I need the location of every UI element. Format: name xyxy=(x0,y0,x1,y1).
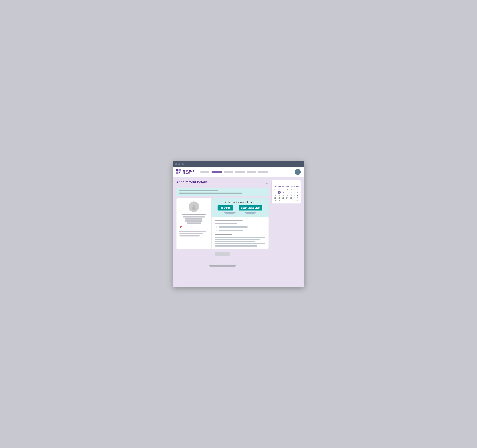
cal-day-28[interactable]: 28 xyxy=(273,199,277,202)
calendar-next-button[interactable]: › xyxy=(297,182,299,184)
cal-header-wed: Wed xyxy=(285,186,289,188)
check-icon-2: ☑ xyxy=(215,229,217,232)
cal-week-1: 31 1 2 3 4 5 6 xyxy=(273,188,299,191)
confirm-sub xyxy=(224,212,236,214)
today-indicator: 8 xyxy=(278,191,281,194)
cal-day-21[interactable]: 21 xyxy=(273,197,277,199)
svg-rect-1 xyxy=(179,169,181,171)
cal-header-thu: Thu xyxy=(289,186,293,188)
bottom-bar-2 xyxy=(176,265,269,267)
checklist-item-1: ☑ xyxy=(215,226,265,228)
action-sub xyxy=(215,212,265,214)
cal-week-3: 14 15 16 17 18 19 20 xyxy=(273,194,299,197)
nav-item-1[interactable] xyxy=(200,171,209,173)
logo-health: HEALTH xyxy=(183,172,195,174)
calendar-header: ‹ › xyxy=(273,182,299,184)
video-sub xyxy=(244,212,256,214)
nav-item-6[interactable] xyxy=(258,171,268,173)
nav-item-3[interactable] xyxy=(224,171,233,173)
begin-video-visit-button[interactable]: BEGIN VIDEO VISIT xyxy=(239,205,262,210)
cal-day-25[interactable]: 25 xyxy=(289,197,293,199)
cal-day-22[interactable]: 22 xyxy=(277,197,281,199)
confirm-button[interactable]: CONFIRM xyxy=(218,205,233,210)
cal-day-29[interactable]: 29 xyxy=(277,199,281,202)
bottom-action-button[interactable] xyxy=(215,252,230,256)
cal-day-20[interactable]: 20 xyxy=(296,194,299,197)
cal-day-30[interactable]: 30 xyxy=(281,199,285,202)
cal-day-2-next[interactable]: 2 xyxy=(289,199,293,202)
logo-text: JOHN MUIR HEALTH xyxy=(183,170,195,174)
bottom-action xyxy=(176,252,269,256)
nav-item-5[interactable] xyxy=(247,171,256,173)
text-line-3 xyxy=(215,241,255,242)
logo: JOHN MUIR HEALTH xyxy=(176,169,195,175)
nav-item-4[interactable] xyxy=(235,171,245,173)
cal-day-1[interactable]: 1 xyxy=(277,188,281,191)
provider-link-bar-2 xyxy=(179,233,203,234)
cal-day-3-next[interactable]: 3 xyxy=(293,199,296,202)
bottom-bar-placeholder xyxy=(209,265,236,267)
provider-specialty-bar xyxy=(183,216,205,217)
text-line-4 xyxy=(215,243,265,244)
cal-header-sun: Sun xyxy=(273,186,277,188)
cal-day-12[interactable]: 12 xyxy=(293,191,296,194)
cal-day-10[interactable]: 10 xyxy=(285,191,289,194)
svg-marker-3 xyxy=(179,172,181,174)
cal-day-4[interactable]: 4 xyxy=(289,188,293,191)
cal-day-18[interactable]: 18 xyxy=(289,194,293,197)
browser-window: JOHN MUIR HEALTH Appointment Details xyxy=(173,161,304,287)
cal-day-17[interactable]: 17 xyxy=(285,194,289,197)
cal-day-14[interactable]: 14 xyxy=(273,194,277,197)
cal-day-7[interactable]: 7 xyxy=(273,191,277,194)
provider-links xyxy=(179,231,209,238)
cal-day-9[interactable]: 9 xyxy=(281,191,285,194)
nav-items xyxy=(200,171,292,173)
cal-day-8-today[interactable]: 8 xyxy=(277,191,281,194)
nav-item-2[interactable] xyxy=(212,171,222,173)
cal-day-4-next[interactable]: 4 xyxy=(296,199,299,202)
video-sub-bar-2 xyxy=(246,213,255,214)
cal-day-24[interactable]: 24 xyxy=(285,197,289,199)
provider-link-bar-1 xyxy=(179,231,206,232)
visit-details: ☑ ☑ xyxy=(212,217,268,249)
visit-panel: It's time to start your video visit! CON… xyxy=(212,198,268,249)
info-banner xyxy=(176,188,269,196)
cal-day-23[interactable]: 23 xyxy=(281,197,285,199)
cal-day-13[interactable]: 13 xyxy=(296,191,299,194)
cal-day-27[interactable]: 27 xyxy=(296,197,299,199)
svg-rect-0 xyxy=(176,169,178,171)
calendar-prev-button[interactable]: ‹ xyxy=(273,182,275,184)
video-actions: CONFIRM BEGIN VIDEO VISIT xyxy=(215,205,265,210)
provider-loc-bar xyxy=(187,222,201,224)
cal-week-5: 28 29 30 1 2 3 4 xyxy=(273,199,299,202)
appt-card-inner: 📅 It's time to st xyxy=(177,198,268,249)
cal-week-4: 21 22 23 24 25 26 27 xyxy=(273,197,299,199)
appointment-card: 📅 It's time to st xyxy=(176,198,269,249)
cal-day-19[interactable]: 19 xyxy=(293,194,296,197)
cal-day-6[interactable]: 6 xyxy=(296,188,299,191)
nav-avatar[interactable] xyxy=(295,169,301,175)
browser-titlebar xyxy=(173,161,304,168)
browser-dot-2 xyxy=(178,163,180,165)
cal-day-5[interactable]: 5 xyxy=(293,188,296,191)
text-line-2 xyxy=(215,239,260,240)
cal-day-11[interactable]: 11 xyxy=(289,191,293,194)
confirm-sub-bar-1 xyxy=(224,212,236,213)
provider-dept-bar-2 xyxy=(185,221,203,221)
cal-day-1-next[interactable]: 1 xyxy=(285,199,289,202)
checklist-item-2: ☑ xyxy=(215,229,265,232)
cal-day-15[interactable]: 15 xyxy=(277,194,281,197)
cal-day-2[interactable]: 2 xyxy=(281,188,285,191)
cal-day-3[interactable]: 3 xyxy=(285,188,289,191)
cal-day-16[interactable]: 16 xyxy=(281,194,285,197)
main-layout: Appointment Details 🖨 xyxy=(173,177,304,270)
svg-point-5 xyxy=(192,207,196,210)
browser-dot-3 xyxy=(182,163,184,165)
print-icon[interactable]: 🖨 xyxy=(266,182,269,185)
cal-day-31-prev[interactable]: 31 xyxy=(273,188,277,191)
text-line-5 xyxy=(215,245,257,247)
cal-day-26[interactable]: 26 xyxy=(293,197,296,199)
provider-avatar xyxy=(189,201,199,212)
cal-week-2: 7 8 9 10 11 12 13 xyxy=(273,191,299,194)
cal-header-fri: Fri xyxy=(293,186,296,188)
